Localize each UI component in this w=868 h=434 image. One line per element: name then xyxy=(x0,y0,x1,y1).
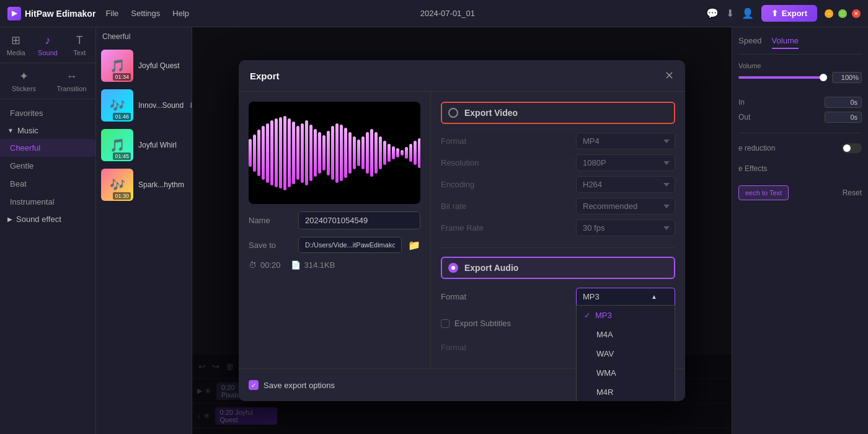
bitrate-select[interactable]: Recommended xyxy=(576,198,675,215)
volume-value-input[interactable] xyxy=(832,72,862,83)
duration-meta: ⏱ 00:20 xyxy=(249,260,281,270)
format-option-wav[interactable]: WAV xyxy=(577,344,675,363)
stickers-icon: ✦ xyxy=(19,69,29,83)
duration-value: 00:20 xyxy=(260,260,281,270)
comment-icon[interactable]: 💬 xyxy=(706,7,719,19)
editing-area: ↩ ↪ 🗑 ✂ 🎵 🛡 📋 0:000:020:040:240:251:260:… xyxy=(192,27,732,434)
format-option-wma[interactable]: WMA xyxy=(577,363,675,383)
tab-speed[interactable]: Speed xyxy=(738,33,762,49)
waveform-bar xyxy=(335,123,339,183)
export-btn-label: Export xyxy=(782,9,807,18)
music-name-3: Spark...hythm xyxy=(138,180,187,189)
tab-text[interactable]: T Text xyxy=(64,27,95,63)
tab-media-label: Media xyxy=(7,49,25,56)
app-logo-icon: ▶ xyxy=(7,7,21,20)
close-button[interactable]: ✕ xyxy=(852,9,861,18)
volume-slider-track[interactable] xyxy=(738,76,827,79)
music-thumb-2: 🎵 01:45 xyxy=(101,129,133,161)
music-info-0: Joyful Quest xyxy=(138,61,187,70)
tab-stickers[interactable]: ✦ Stickers xyxy=(0,63,48,99)
sidebar-item-favorites[interactable]: Favorites xyxy=(0,104,95,122)
music-info-1: Innov...Sound xyxy=(138,101,184,110)
maximize-button[interactable]: □ xyxy=(838,9,847,18)
encoding-select[interactable]: H264 xyxy=(576,176,675,193)
menu-help[interactable]: Help xyxy=(172,9,189,18)
modal-overlay: Export ✕ Name xyxy=(192,27,732,434)
dropdown-arrow-icon: ▲ xyxy=(651,293,657,300)
menu-settings[interactable]: Settings xyxy=(131,9,160,18)
in-input[interactable] xyxy=(825,97,862,108)
format-option-mp3[interactable]: ✓ MP3 xyxy=(577,306,675,325)
waveform-bar xyxy=(388,144,391,162)
menu-file[interactable]: File xyxy=(105,9,118,18)
account-icon[interactable]: 👤 xyxy=(742,7,754,19)
subtitle-checkbox[interactable] xyxy=(441,319,450,328)
waveform-bar xyxy=(292,122,295,184)
export-audio-radio[interactable] xyxy=(448,263,458,273)
modal-close-button[interactable]: ✕ xyxy=(665,69,674,82)
format-dropdown-trigger[interactable]: MP3 ▲ xyxy=(576,288,675,305)
voice-effects-label: e Effects xyxy=(738,164,767,173)
sidebar-item-beat[interactable]: Beat xyxy=(0,175,95,193)
export-video-radio[interactable] xyxy=(448,108,458,118)
resolution-label: Resolution xyxy=(441,158,479,167)
minimize-button[interactable]: – xyxy=(825,9,833,18)
music-duration-3: 01:30 xyxy=(113,192,131,200)
format-label: Format xyxy=(441,136,466,146)
tab-transition[interactable]: ↔ Transition xyxy=(48,63,95,99)
out-input[interactable] xyxy=(825,112,862,123)
speech-to-text-button[interactable]: eech to Text xyxy=(738,185,789,200)
music-thumb-1: 🎶 01:46 xyxy=(101,89,133,122)
export-audio-label: Export Audio xyxy=(464,263,518,273)
sidebar-item-cheerful[interactable]: Cheerful xyxy=(0,139,95,157)
format-option-m4r[interactable]: M4R xyxy=(577,383,675,401)
export-button[interactable]: ⬆ Export xyxy=(761,5,817,22)
format-option-m4a[interactable]: M4A xyxy=(577,325,675,344)
subtitle-label: Export Subtitles xyxy=(454,319,511,328)
format-select[interactable]: MP4 xyxy=(576,133,675,149)
export-video-option[interactable]: Export Video xyxy=(441,102,675,124)
video-settings: Format MP4 Resolution 1080P xyxy=(441,130,675,239)
music-name-0: Joyful Quest xyxy=(138,61,187,70)
folder-browse-button[interactable]: 📁 xyxy=(408,239,420,251)
tab-volume[interactable]: Volume xyxy=(772,33,799,49)
music-item-2[interactable]: 🎵 01:45 Joyful Whirl xyxy=(96,125,192,165)
music-name-1: Innov...Sound xyxy=(138,101,184,110)
divider-props xyxy=(738,133,862,133)
music-thumb-3: 🎶 01:30 xyxy=(101,169,133,201)
reset-button[interactable]: Reset xyxy=(843,188,862,197)
tab-media[interactable]: ⊞ Media xyxy=(0,27,32,63)
sidebar-item-gentle[interactable]: Gentle xyxy=(0,157,95,175)
format-row: Format MP4 xyxy=(441,130,675,152)
save-to-row: Save to 📁 xyxy=(249,237,420,253)
waveform-bar xyxy=(327,131,330,175)
waveform-bar xyxy=(262,126,265,179)
music-section-header[interactable]: ▼ Music xyxy=(0,122,95,139)
music-duration-2: 01:45 xyxy=(113,153,131,160)
volume-slider-row xyxy=(738,72,862,83)
format-dropdown-list: ✓ MP3 M4A WAV xyxy=(576,305,675,401)
volume-slider-thumb[interactable] xyxy=(820,74,827,81)
music-duration-1: 01:46 xyxy=(113,113,131,120)
music-item-1[interactable]: 🎶 01:46 Innov...Sound ⬇ xyxy=(96,86,192,125)
out-label: Out xyxy=(738,113,750,122)
sidebar-item-instrumental[interactable]: Instrumental xyxy=(0,193,95,211)
resolution-select[interactable]: 1080P xyxy=(576,154,675,171)
save-options-checkbox[interactable]: ✓ xyxy=(249,380,259,390)
framerate-select[interactable]: 30 fps xyxy=(576,219,675,236)
tab-sound[interactable]: ♪ Sound xyxy=(32,27,63,63)
music-item-0[interactable]: 🎵 01:34 Joyful Quest xyxy=(96,46,192,86)
name-input[interactable] xyxy=(298,211,420,229)
export-audio-option[interactable]: Export Audio xyxy=(441,257,675,279)
noise-reduction-toggle[interactable] xyxy=(842,143,862,153)
save-to-input[interactable] xyxy=(298,237,402,253)
download-icon[interactable]: ⬇ xyxy=(726,7,734,19)
media-icon: ⊞ xyxy=(11,33,20,47)
sound-effect-header[interactable]: ▶ Sound effect xyxy=(0,211,95,228)
music-list-label: Cheerful xyxy=(96,27,192,46)
tab-transition-label: Transition xyxy=(57,85,87,92)
music-item-3[interactable]: 🎶 01:30 Spark...hythm xyxy=(96,165,192,205)
props-panel: Speed Volume Volume In Out xyxy=(732,27,868,434)
save-to-label: Save to xyxy=(249,241,292,250)
waveform-preview xyxy=(249,102,420,204)
